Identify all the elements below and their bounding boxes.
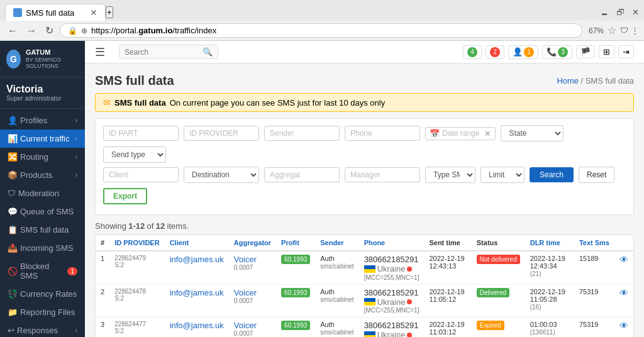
close-window-button[interactable]: ✕ bbox=[632, 8, 639, 17]
view-icon[interactable]: 👁 bbox=[619, 255, 628, 265]
header-badge-red[interactable]: 2 bbox=[486, 45, 504, 59]
col-client[interactable]: Client bbox=[165, 235, 229, 251]
aggregator-link[interactable]: Voicer bbox=[234, 255, 257, 264]
sidebar-logo: G GATUM BY SEMPICO SOLUTIONS bbox=[0, 41, 85, 77]
col-sender[interactable]: Sender bbox=[315, 235, 358, 251]
breadcrumb-home[interactable]: Home bbox=[557, 76, 579, 86]
type-smi-select[interactable]: Type SMI bbox=[425, 167, 475, 183]
hamburger-menu-button[interactable]: ☰ bbox=[95, 45, 105, 59]
sidebar-item-current-traffic[interactable]: 📊 Current traffic › bbox=[0, 130, 85, 148]
responses-icon: ↩ bbox=[8, 326, 14, 335]
phone-icon: 📞 bbox=[547, 47, 557, 57]
logo-name: GATUM bbox=[26, 48, 79, 57]
sidebar-item-moderation[interactable]: 🛡 Moderation bbox=[0, 184, 85, 202]
red-badge-icon: 2 bbox=[490, 47, 500, 57]
sidebar-label-sms: SMS full data bbox=[20, 225, 77, 235]
col-dlr-time[interactable]: DLR time bbox=[525, 235, 574, 251]
col-profit[interactable]: Profit bbox=[276, 235, 315, 251]
export-button[interactable]: Export bbox=[103, 188, 147, 204]
col-sent-time[interactable]: Sent time bbox=[424, 235, 471, 251]
sidebar-item-profiles[interactable]: 👤 Profiles › bbox=[0, 111, 85, 130]
col-id-provider[interactable]: ID PROVIDER bbox=[109, 235, 165, 251]
currency-icon: 💱 bbox=[8, 289, 18, 299]
cell-num: 3 bbox=[96, 318, 110, 338]
client-link[interactable]: info@james.uk bbox=[170, 255, 224, 264]
search-button[interactable]: Search bbox=[530, 167, 574, 182]
sidebar-item-reporting[interactable]: 📁 Reporting Files bbox=[0, 303, 85, 321]
sidebar-item-incoming-sms[interactable]: 📥 Incoming SMS bbox=[0, 239, 85, 257]
cell-sender: Authsms/cabinet bbox=[315, 251, 358, 284]
col-phone[interactable]: Phone bbox=[359, 235, 425, 251]
menu-icon[interactable]: ⋮ bbox=[631, 26, 639, 35]
header-flag-button[interactable]: 🏴 bbox=[576, 45, 595, 58]
cell-phone: 380662185291 Ukraine [MCC=255,MNC=1] bbox=[359, 284, 425, 318]
manager-input[interactable] bbox=[345, 167, 420, 182]
url-bar[interactable]: 🔒 ⊕ https://portal.gatum.io/traffic/inde… bbox=[60, 23, 582, 38]
grid-icon: ⊞ bbox=[603, 47, 610, 57]
traffic-icon: 📊 bbox=[8, 134, 18, 143]
sender-input[interactable] bbox=[264, 126, 340, 141]
green-badge-icon: 4 bbox=[467, 47, 477, 57]
reset-button[interactable]: Reset bbox=[579, 167, 614, 183]
col-text-sms[interactable]: Text Sms bbox=[574, 235, 614, 251]
id-part-input[interactable] bbox=[103, 126, 179, 141]
header-exit-button[interactable]: ⇥ bbox=[618, 45, 634, 58]
chevron-icon-traffic: › bbox=[75, 135, 77, 142]
client-link[interactable]: info@james.uk bbox=[170, 288, 224, 297]
sidebar-item-responses[interactable]: ↩ Responses › bbox=[0, 321, 85, 337]
aggregator-link[interactable]: Voicer bbox=[234, 321, 257, 330]
sidebar-item-sms-full-data[interactable]: 📋 SMS full data bbox=[0, 221, 85, 239]
browser-chrome: SMS full data ✕ + 🗕 🗗 ✕ ← → ↻ 🔒 ⊕ https:… bbox=[0, 0, 644, 41]
new-tab-button[interactable]: + bbox=[106, 6, 113, 18]
minimize-window-button[interactable]: 🗕 bbox=[601, 8, 609, 17]
extensions-icon[interactable]: 🛡 bbox=[620, 26, 628, 35]
header-badge-green2[interactable]: 📞 3 bbox=[542, 45, 572, 59]
global-search-input[interactable] bbox=[125, 48, 200, 57]
client-input[interactable] bbox=[103, 167, 179, 182]
tab-favicon bbox=[13, 8, 22, 17]
view-icon[interactable]: 👁 bbox=[619, 288, 628, 298]
sidebar-item-blocked-sms[interactable]: 🚫 Blocked SMS 1 bbox=[0, 257, 85, 285]
col-status[interactable]: Status bbox=[472, 235, 525, 251]
state-select[interactable]: State bbox=[501, 125, 564, 141]
tab-close-button[interactable]: ✕ bbox=[90, 8, 97, 18]
date-clear-icon[interactable]: ✕ bbox=[484, 129, 491, 138]
back-button[interactable]: ← bbox=[5, 24, 20, 38]
sidebar-item-products[interactable]: 📦 Products › bbox=[0, 166, 85, 184]
limit-select[interactable]: Limit bbox=[480, 167, 525, 183]
cell-eye: 👁 bbox=[614, 318, 634, 338]
sidebar-item-queue[interactable]: 💬 Queue of SMS bbox=[0, 202, 85, 221]
cell-profit: 60.1993 bbox=[276, 318, 315, 338]
client-link[interactable]: info@james.uk bbox=[170, 321, 224, 330]
date-filter[interactable]: 📅 Date range ✕ bbox=[425, 127, 496, 140]
header-badge-green[interactable]: 4 bbox=[463, 45, 482, 59]
maximize-window-button[interactable]: 🗗 bbox=[616, 8, 625, 17]
exit-icon: ⇥ bbox=[623, 47, 630, 57]
header-badge-user[interactable]: 👤 1 bbox=[508, 45, 538, 59]
filter-row-2: Destination Type SMI Limit Search Reset … bbox=[103, 167, 626, 204]
col-aggregator[interactable]: Aggregator bbox=[229, 235, 276, 251]
table-row: 3 228624477 S:2 info@james.uk Voicer 0.0… bbox=[96, 318, 634, 338]
send-type-select[interactable]: Send type bbox=[103, 146, 166, 163]
header-grid-button[interactable]: ⊞ bbox=[599, 45, 614, 58]
cell-client: info@james.uk bbox=[165, 284, 229, 318]
blocked-badge: 1 bbox=[67, 267, 77, 275]
cell-sent-time: 2022-12-19 12:43:13 bbox=[424, 251, 471, 284]
view-icon[interactable]: 👁 bbox=[619, 321, 628, 331]
cell-profit: 60.1993 bbox=[276, 284, 315, 318]
aggregal-input[interactable] bbox=[264, 167, 340, 182]
reload-button[interactable]: ↻ bbox=[43, 23, 56, 38]
breadcrumb-current: SMS full data bbox=[586, 76, 634, 86]
phone-input[interactable] bbox=[345, 126, 420, 141]
cell-phone: 380662185291 Ukraine [MCC=255,MNC=1] bbox=[359, 318, 425, 338]
sidebar-item-currency[interactable]: 💱 Currency Rates bbox=[0, 285, 85, 303]
destination-select[interactable]: Destination bbox=[184, 167, 259, 183]
active-tab[interactable]: SMS full data ✕ bbox=[5, 4, 106, 21]
bookmark-icon[interactable]: ☆ bbox=[608, 25, 616, 36]
sidebar-label-currency: Currency Rates bbox=[20, 289, 77, 299]
sidebar-item-routing[interactable]: 🔀 Routing › bbox=[0, 148, 85, 166]
sidebar-label-products: Products bbox=[20, 170, 75, 180]
forward-button[interactable]: → bbox=[24, 24, 39, 38]
id-provider-input[interactable] bbox=[184, 126, 259, 141]
aggregator-link[interactable]: Voicer bbox=[234, 288, 257, 297]
